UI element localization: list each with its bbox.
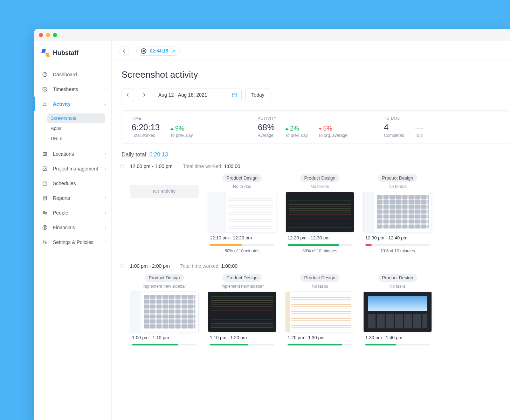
svg-point-8 (43, 241, 44, 242)
summary-activity-value: 68% (258, 122, 275, 132)
slot-total-label: Total time worked: (183, 163, 224, 169)
activity-bar (210, 344, 274, 345)
chevron-down-icon: ⌄ (103, 102, 106, 106)
card-subtitle: No tasks (312, 284, 328, 289)
project-chip[interactable]: Product Design (222, 174, 262, 182)
screenshot-thumb[interactable] (363, 292, 432, 332)
card-subtitle: Implement new sidebar (220, 284, 264, 289)
sidebar-item-label: People (53, 210, 68, 216)
nav-list: DashboardTimesheets›Activity⌄Screenshots… (34, 64, 111, 250)
sidebar-item-activity[interactable]: Activity⌄ (34, 97, 111, 111)
arrow-right-icon (142, 93, 146, 97)
card-timespan: 1:20 pm - 1:30 pm (288, 335, 352, 340)
back-button[interactable] (119, 46, 129, 56)
minimize-icon[interactable] (46, 33, 50, 37)
card-subtitle: No to-dos (388, 184, 407, 189)
sidebar-subitem-screenshots[interactable]: Screenshots (47, 113, 105, 123)
brand-logo[interactable]: Hubstaff (34, 41, 111, 64)
popout-icon[interactable]: ↗ (172, 48, 175, 54)
activity-pct-label: 10% of 10 minutes (365, 248, 430, 253)
slot-header: 1:00 pm - 2:00 pmTotal time worked: 1:00… (130, 263, 510, 269)
date-range-value: Aug 12 - Aug 18, 2021 (158, 92, 207, 98)
timeline: 12:00 pm - 1:00 pmTotal time worked: 1:0… (122, 163, 510, 348)
arrow-left-icon (122, 49, 126, 53)
sidebar-item-schedules[interactable]: Schedules› (34, 176, 111, 191)
window-titlebar (34, 29, 510, 41)
date-range-picker[interactable]: Aug 12 - Aug 18, 2021 (154, 89, 242, 101)
map-icon (42, 151, 48, 157)
project-chip[interactable]: Product Design (145, 274, 184, 282)
activity-pct-label: 50% of 10 minutes (210, 248, 274, 253)
screenshot-thumb[interactable] (363, 192, 432, 232)
activity-bar (365, 244, 430, 246)
screenshot-thumb[interactable] (285, 292, 354, 332)
screenshot-thumb[interactable] (285, 192, 354, 232)
logo-icon (42, 49, 49, 57)
screenshot-card[interactable]: Product DesignNo to-dos12:30 pm - 12:40 … (363, 174, 432, 253)
screenshot-thumb[interactable] (130, 292, 199, 332)
sidebar-item-reports[interactable]: Reports› (34, 191, 111, 205)
project-chip[interactable]: Product Design (378, 174, 418, 182)
topbar: 02:44:15 ↗ (112, 41, 510, 61)
sidebar-subitem-urls[interactable]: URLs (47, 134, 105, 143)
screenshot-card[interactable]: Product DesignImplement new sidebar1:00 … (130, 274, 199, 348)
sidebar-item-project[interactable]: Project management› (34, 161, 111, 176)
card-timespan: 12:10 pm - 12:20 pm (210, 235, 274, 240)
sidebar-item-dashboard[interactable]: Dashboard (34, 67, 111, 82)
timeline-bullet-icon (120, 264, 124, 268)
sidebar-item-timesheets[interactable]: Timesheets› (34, 82, 111, 97)
today-button[interactable]: Today (245, 89, 270, 101)
sidebar-item-label: Financials (53, 225, 75, 230)
project-chip[interactable]: Product Design (300, 274, 340, 282)
prev-date-button[interactable] (122, 89, 134, 101)
people-icon (42, 210, 48, 216)
project-chip[interactable]: Product Design (378, 274, 418, 282)
page-content: Screenshot activity Aug 12 - Aug 18, 202… (112, 61, 510, 420)
sidebar-subitem-apps[interactable]: Apps (47, 124, 105, 133)
timeline-bullet-icon (120, 164, 124, 168)
card-subtitle: No to-dos (311, 184, 329, 189)
brand-name: Hubstaff (53, 49, 78, 57)
project-chip[interactable]: Product Design (300, 174, 340, 182)
screenshot-card[interactable]: Product DesignNo to-dos12:10 pm - 12:20 … (208, 174, 276, 253)
slot-total-label: Total time worked: (180, 263, 221, 269)
screenshot-card[interactable]: Product DesignImplement new sidebar1:10 … (208, 274, 276, 348)
sidebar-item-financials[interactable]: Financials› (34, 220, 111, 235)
chevron-right-icon: › (105, 240, 106, 245)
project-chip[interactable]: Product Design (222, 274, 262, 282)
timer-widget[interactable]: 02:44:15 ↗ (136, 47, 180, 56)
sidebar-item-settings[interactable]: Settings & Policies› (34, 235, 111, 250)
summary-panel: TIME 6:20:13 Total worked 9% To prev. da… (122, 110, 510, 144)
activity-bar (365, 344, 430, 345)
card-timespan: 1:00 pm - 1:10 pm (132, 335, 197, 340)
screenshot-card[interactable]: Product DesignNo tasks1:30 pm - 1:40 pm (363, 274, 432, 348)
card-timespan: 1:10 pm - 1:20 pm (210, 335, 274, 340)
sidebar: Hubstaff DashboardTimesheets›Activity⌄Sc… (34, 41, 112, 420)
time-slot: 12:00 pm - 1:00 pmTotal time worked: 1:0… (130, 163, 510, 253)
screenshot-thumb[interactable] (208, 192, 276, 232)
next-date-button[interactable] (138, 89, 150, 101)
svg-rect-2 (43, 167, 47, 171)
screenshot-card[interactable]: Product DesignNo tasks1:20 pm - 1:30 pm (285, 274, 354, 348)
card-subtitle: No tasks (390, 284, 406, 289)
maximize-icon[interactable] (53, 33, 57, 37)
svg-point-5 (43, 211, 45, 213)
card-subtitle: Implement new sidebar (143, 284, 186, 289)
screenshot-card[interactable]: Product DesignNo to-dos12:20 pm - 12:30 … (285, 174, 354, 253)
card-row: No activityProduct DesignNo to-dos12:10 … (130, 174, 510, 253)
sidebar-item-people[interactable]: People› (34, 205, 111, 220)
sidebar-item-label: Locations (53, 151, 74, 157)
sidebar-item-locations[interactable]: Locations› (34, 147, 111, 161)
daily-total: Daily total: 6:20:13 (122, 152, 510, 158)
close-icon[interactable] (39, 33, 43, 37)
sidebar-item-label: Project management (53, 166, 98, 172)
activity-bar (288, 244, 352, 246)
calendar-icon (232, 92, 237, 98)
slot-range: 12:00 pm - 1:00 pm (130, 163, 172, 169)
doc-icon (42, 195, 48, 201)
sidebar-submenu-activity: ScreenshotsAppsURLs (34, 111, 111, 147)
svg-point-6 (45, 212, 46, 213)
screenshot-card[interactable]: No activity (130, 174, 199, 253)
daily-total-value: 6:20:13 (149, 152, 168, 158)
screenshot-thumb[interactable] (208, 292, 276, 332)
